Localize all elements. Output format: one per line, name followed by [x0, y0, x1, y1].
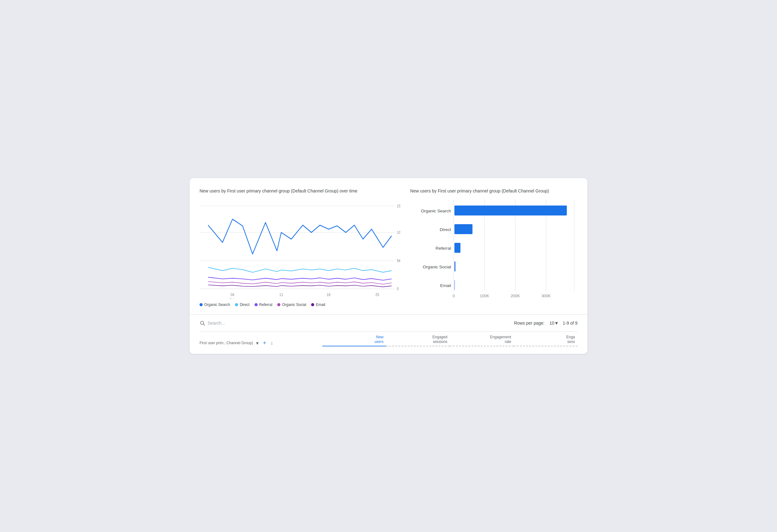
rows-per-page-value: 10	[550, 321, 554, 326]
bar-direct	[454, 224, 472, 234]
dropdown-arrow-icon: ▾	[555, 320, 558, 326]
search-box[interactable]: Search...	[200, 320, 225, 326]
svg-line-28	[203, 324, 205, 325]
th-engagement-rate: Engagementrate	[450, 335, 514, 346]
svg-text:300K: 300K	[541, 294, 551, 298]
svg-text:Email: Email	[440, 283, 451, 288]
th-channel-label: First user prim...Channel Group)	[200, 341, 253, 346]
rows-per-page-label: Rows per page:	[514, 321, 545, 326]
svg-text:5K: 5K	[397, 258, 400, 263]
legend-referral: Referral	[254, 303, 272, 307]
svg-text:0: 0	[397, 286, 399, 291]
legend-organic-search: Organic Search	[200, 303, 230, 307]
chart-legend: Organic Search Direct Referral Organic S…	[200, 303, 400, 307]
svg-text:25: 25	[375, 292, 379, 297]
legend-dot-email	[311, 303, 314, 306]
bar-email	[454, 280, 455, 290]
bar-organic-search	[454, 206, 567, 215]
bar-referral	[454, 243, 460, 253]
svg-text:0: 0	[452, 294, 455, 298]
search-row: Search... Rows per page: 10 ▾ 1-9 of 9	[200, 320, 577, 326]
legend-direct: Direct	[235, 303, 249, 307]
th-channel-group: First user prim...Channel Group) ▾ + ↓	[200, 340, 322, 346]
legend-organic-social: Organic Social	[277, 303, 306, 307]
main-card: New users by First user primary channel …	[190, 178, 587, 354]
pagination-range: 1-9 of 9	[563, 321, 577, 326]
svg-text:04: 04	[231, 292, 235, 297]
svg-text:Organic Social: Organic Social	[423, 264, 451, 269]
svg-text:200K: 200K	[511, 294, 520, 298]
bar-chart-svg: 0 100K 200K 300K Organic Search Direct R…	[410, 199, 577, 305]
svg-text:10K: 10K	[397, 230, 400, 235]
legend-dot-direct	[235, 303, 238, 306]
line-chart-title: New users by First user primary channel …	[200, 188, 400, 194]
bar-chart-section: New users by First user primary channel …	[410, 188, 577, 307]
rows-per-page-dropdown[interactable]: 10 ▾	[550, 320, 558, 326]
svg-text:Direct: Direct	[440, 227, 451, 232]
th-engaged-sessions: Engagedsessions	[386, 335, 450, 346]
table-header-row: First user prim...Channel Group) ▾ + ↓ N…	[200, 331, 577, 349]
th-new-users-label: Newusers	[322, 335, 383, 344]
bar-organic-social	[454, 261, 455, 272]
bar-chart-title: New users by First user primary channel …	[410, 188, 577, 194]
svg-text:18: 18	[327, 292, 331, 297]
legend-dot-referral	[254, 303, 258, 306]
svg-text:Organic Search: Organic Search	[421, 209, 451, 213]
legend-label-organic-social: Organic Social	[282, 303, 306, 307]
add-column-button[interactable]: +	[262, 340, 267, 346]
th-engaged-sessions-per-user: Engasess	[514, 335, 577, 346]
th-engaged-sessions-label: Engagedsessions	[386, 335, 447, 344]
search-placeholder: Search...	[208, 321, 225, 326]
search-icon	[200, 320, 205, 326]
sort-button[interactable]: ↓	[269, 340, 274, 346]
th-new-users: Newusers	[322, 335, 386, 346]
legend-label-direct: Direct	[240, 303, 249, 307]
svg-text:11: 11	[280, 292, 284, 297]
pagination-info: Rows per page: 10 ▾ 1-9 of 9	[514, 320, 577, 326]
table-section: Search... Rows per page: 10 ▾ 1-9 of 9 F…	[200, 315, 577, 354]
th-channel-dropdown-btn[interactable]: ▾	[255, 340, 260, 346]
th-engagement-rate-label: Engagementrate	[450, 335, 511, 344]
svg-text:Referral: Referral	[435, 246, 451, 250]
svg-text:15K: 15K	[397, 204, 400, 208]
th-enga-sess-label: Engasess	[514, 335, 575, 344]
charts-row: New users by First user primary channel …	[200, 188, 577, 307]
legend-label-email: Email	[316, 303, 325, 307]
line-chart-section: New users by First user primary channel …	[200, 188, 400, 307]
legend-dot-organic-social	[277, 303, 280, 306]
legend-email: Email	[311, 303, 325, 307]
svg-text:Feb: Feb	[230, 297, 235, 299]
svg-text:100K: 100K	[480, 294, 489, 298]
legend-label-organic-search: Organic Search	[204, 303, 230, 307]
line-chart-svg: 15K 10K 5K 0 04 Feb 11 18 25	[200, 199, 400, 299]
legend-label-referral: Referral	[259, 303, 272, 307]
bar-chart-container: 0 100K 200K 300K Organic Search Direct R…	[410, 199, 577, 305]
line-chart-container: 15K 10K 5K 0 04 Feb 11 18 25	[200, 199, 400, 299]
legend-dot-organic-search	[200, 303, 203, 306]
